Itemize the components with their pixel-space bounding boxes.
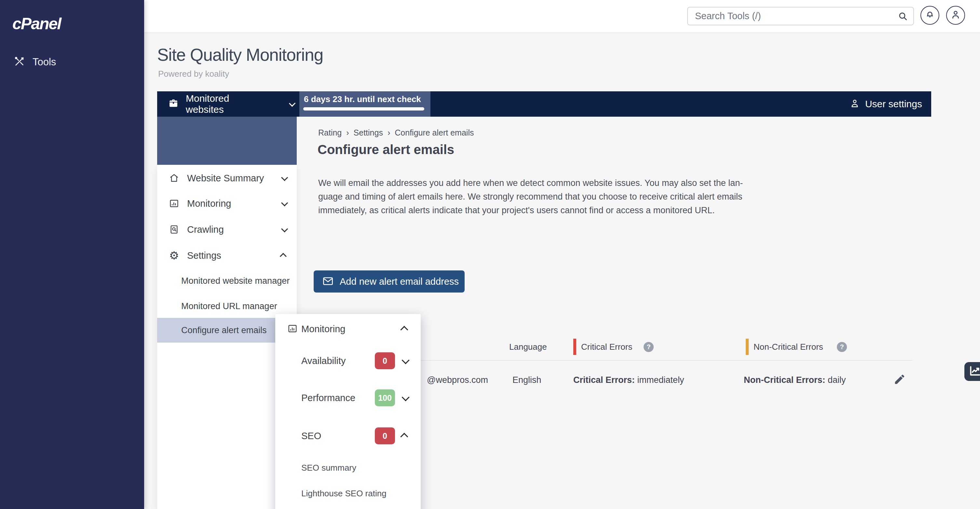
- gear-icon: ⚙: [168, 250, 180, 261]
- chevron-down-icon[interactable]: [402, 356, 410, 364]
- availability-count-badge: 0: [375, 352, 395, 369]
- bell-icon: [924, 9, 935, 21]
- seo-count-badge: 0: [375, 427, 395, 444]
- chevron-up-icon[interactable]: [280, 253, 286, 260]
- description-line: We will email the addresses you add here…: [318, 176, 743, 190]
- chevron-down-icon[interactable]: [281, 225, 288, 232]
- account-button[interactable]: [946, 6, 965, 25]
- sidebar-item-tools[interactable]: Tools: [0, 52, 144, 72]
- search-input[interactable]: [695, 8, 890, 25]
- user-settings-label: User settings: [865, 98, 922, 109]
- search-icon[interactable]: [898, 11, 908, 21]
- sidebar-item-website-summary[interactable]: Website Summary: [157, 168, 297, 188]
- sidebar-item-label: Website Summary: [187, 173, 264, 184]
- chevron-down-icon[interactable]: [281, 199, 288, 206]
- next-check-timer-text: 6 days 23 hr. until next check: [304, 94, 421, 104]
- tools-label: Tools: [33, 56, 56, 68]
- page-title: Site Quality Monitoring: [157, 45, 323, 65]
- monitoring-chart-icon: [168, 198, 180, 209]
- cpanel-logo[interactable]: cPanel: [12, 14, 61, 33]
- envelope-icon: [322, 275, 334, 288]
- user-settings-button[interactable]: User settings: [850, 91, 922, 117]
- user-settings-icon: [850, 98, 860, 110]
- open-monitoring-chart-button[interactable]: [964, 362, 980, 381]
- add-alert-email-button[interactable]: Add new alert email address: [313, 270, 465, 293]
- dropdown-item-availability[interactable]: Availability 0: [275, 350, 421, 371]
- crawling-icon: [168, 224, 180, 235]
- breadcrumb: Rating › Settings › Configure alert emai…: [318, 128, 474, 138]
- breadcrumb-settings[interactable]: Settings: [354, 128, 383, 138]
- dropdown-item-lighthouse-seo-rating[interactable]: Lighthouse SEO rating: [275, 483, 421, 504]
- sidebar-item-label: Crawling: [187, 224, 224, 235]
- sidebar-item-monitored-url-manager[interactable]: Monitored URL manager: [157, 297, 297, 316]
- app-sidebar: cPanel Tools: [0, 0, 144, 509]
- home-icon: [168, 172, 180, 184]
- monitored-websites-selector[interactable]: Monitored websites: [157, 91, 294, 117]
- chevron-down-icon: [289, 100, 296, 106]
- monitored-websites-label: Monitored websites: [186, 93, 266, 115]
- chevron-up-icon[interactable]: [400, 433, 408, 441]
- description-line: guage and timing of alert emails here. W…: [318, 190, 743, 203]
- sidebar-item-monitored-website-manager[interactable]: Monitored website manager: [157, 271, 297, 290]
- next-check-timer: 6 days 23 hr. until next check: [299, 91, 430, 117]
- sidebar-subitem-label: Monitored website manager: [181, 276, 290, 286]
- breadcrumb-rating[interactable]: Rating: [318, 128, 342, 138]
- app-navbar: Monitored websites 6 days 23 hr. until n…: [157, 91, 931, 117]
- websites-subpanel: [157, 117, 297, 165]
- sidebar-item-monitoring[interactable]: Monitoring: [157, 193, 297, 214]
- breadcrumb-separator: ›: [346, 128, 349, 138]
- chevron-up-icon[interactable]: [400, 326, 408, 333]
- trend-chart-icon: [968, 365, 980, 379]
- sidebar-subitem-label: Configure alert emails: [181, 325, 267, 335]
- page-subtitle: Powered by koality: [158, 69, 229, 79]
- dropdown-item-seo[interactable]: SEO 0: [275, 425, 421, 446]
- check-progress-fill: [303, 107, 424, 111]
- sidebar-item-label: Settings: [187, 250, 221, 261]
- dropdown-item-performance[interactable]: Performance 100: [275, 387, 421, 408]
- cell-language: English: [512, 372, 541, 388]
- page-description: We will email the addresses you add here…: [318, 176, 743, 217]
- non-critical-color-bar: [746, 339, 749, 355]
- dropdown-item-seo-summary[interactable]: SEO summary: [275, 457, 421, 478]
- notifications-button[interactable]: [920, 6, 939, 25]
- briefcase-icon: [168, 98, 179, 110]
- add-alert-email-label: Add new alert email address: [340, 276, 459, 287]
- description-line: immediately, as critical alerts indicate…: [318, 203, 743, 217]
- edit-alert-email-button[interactable]: [894, 373, 907, 387]
- chevron-down-icon[interactable]: [402, 393, 410, 401]
- column-header-language: Language: [509, 338, 547, 355]
- help-icon[interactable]: ?: [644, 342, 654, 352]
- check-progress-track: [303, 107, 426, 111]
- breadcrumb-current: Configure alert emails: [395, 128, 474, 138]
- sidebar-item-crawling[interactable]: Crawling: [157, 219, 297, 239]
- chevron-down-icon[interactable]: [281, 174, 288, 181]
- sidebar-subitem-label: Monitored URL manager: [181, 301, 277, 311]
- sidebar-item-label: Monitoring: [187, 198, 231, 209]
- page-section-heading: Configure alert emails: [318, 143, 454, 157]
- cell-critical-errors: Critical Errors: immediately: [573, 372, 684, 388]
- monitoring-chart-icon: [287, 323, 298, 335]
- performance-count-badge: 100: [375, 389, 395, 406]
- pencil-icon: [894, 381, 906, 387]
- breadcrumb-separator: ›: [388, 128, 390, 138]
- user-icon: [950, 9, 961, 21]
- monitoring-dropdown-panel: Monitoring Availability 0 Performance 10…: [275, 314, 421, 509]
- help-icon[interactable]: ?: [837, 342, 847, 352]
- sidebar-item-settings[interactable]: ⚙ Settings: [157, 246, 297, 266]
- top-header: [144, 0, 980, 32]
- tools-icon: [14, 55, 25, 68]
- search-box: [687, 7, 914, 25]
- cell-email: @webpros.com: [427, 372, 488, 388]
- critical-color-bar: [573, 339, 576, 355]
- dropdown-header-monitoring[interactable]: Monitoring: [275, 319, 421, 339]
- dropdown-title: Monitoring: [301, 324, 345, 335]
- cell-non-critical-errors: Non-Critical Errors: daily: [744, 372, 846, 388]
